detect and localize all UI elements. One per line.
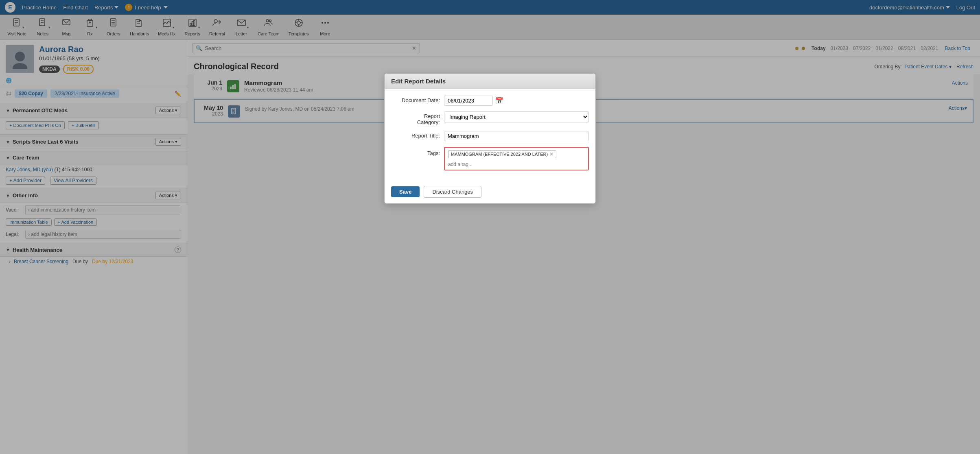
date-input-wrap: 📅 xyxy=(444,96,503,106)
modal-overlay: Edit Report Details Document Date: 📅 Rep… xyxy=(0,0,980,454)
edit-report-modal: Edit Report Details Document Date: 📅 Rep… xyxy=(384,73,596,204)
tag-add-input[interactable] xyxy=(448,162,585,167)
discard-button[interactable]: Discard Changes xyxy=(424,186,481,198)
report-category-select[interactable]: Imaging Report Lab Report Other xyxy=(444,111,589,122)
report-title-input[interactable] xyxy=(444,131,589,141)
modal-row-date: Document Date: 📅 xyxy=(391,96,589,106)
calendar-icon[interactable]: 📅 xyxy=(495,97,503,105)
tag-chip-mammogram: MAMMOGRAM (EFFECTIVE 2022 AND LATER) ✕ xyxy=(448,150,556,158)
report-title-label: Report Title: xyxy=(391,131,440,139)
doc-date-input[interactable] xyxy=(444,96,493,106)
modal-row-tags: Tags: MAMMOGRAM (EFFECTIVE 2022 AND LATE… xyxy=(391,147,589,170)
modal-row-category: ReportCategory: Imaging Report Lab Repor… xyxy=(391,111,589,125)
tags-label: Tags: xyxy=(391,147,440,156)
tags-box[interactable]: MAMMOGRAM (EFFECTIVE 2022 AND LATER) ✕ xyxy=(444,147,589,170)
save-button[interactable]: Save xyxy=(391,186,420,197)
tag-remove-icon[interactable]: ✕ xyxy=(549,151,553,157)
modal-title: Edit Report Details xyxy=(391,78,446,85)
report-category-label: ReportCategory: xyxy=(391,111,440,125)
modal-body: Document Date: 📅 ReportCategory: Imaging… xyxy=(385,89,595,183)
modal-header: Edit Report Details xyxy=(385,74,595,89)
doc-date-label: Document Date: xyxy=(391,96,440,103)
tag-chip-text: MAMMOGRAM (EFFECTIVE 2022 AND LATER) xyxy=(451,152,548,157)
modal-row-title: Report Title: xyxy=(391,131,589,141)
modal-footer: Save Discard Changes xyxy=(385,183,595,203)
